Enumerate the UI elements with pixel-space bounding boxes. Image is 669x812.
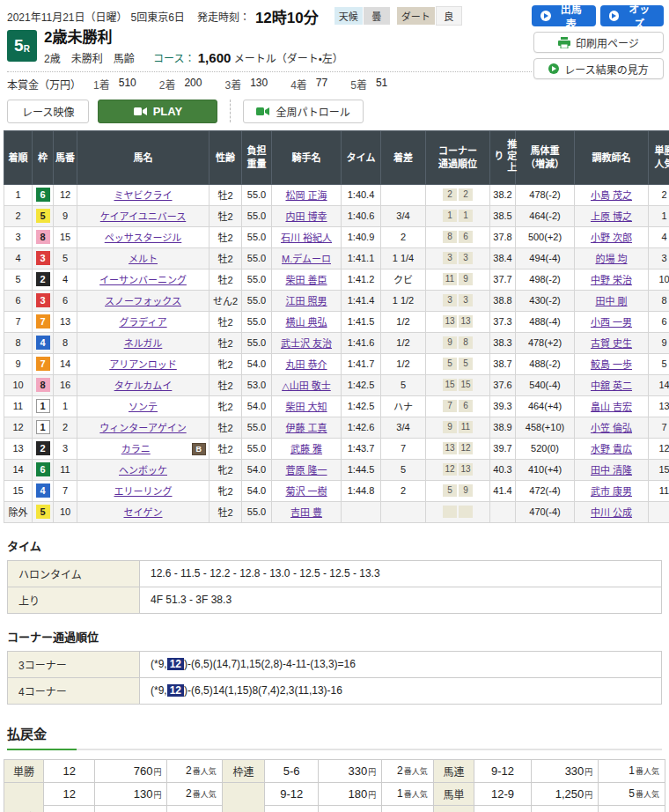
sex-age: 牝2: [210, 395, 242, 417]
horse-link[interactable]: タケルカムイ: [114, 380, 173, 391]
trainer-link[interactable]: 小西 一男: [591, 317, 632, 328]
estimated-last-3f: 41.4: [490, 480, 516, 501]
jockey-link[interactable]: 石川 裕紀人: [281, 233, 332, 243]
jockey-link[interactable]: 武藤 雅: [290, 444, 322, 454]
corner-position-chip: 3: [443, 294, 457, 306]
corner-position-chip: 5: [459, 358, 473, 370]
horse-link[interactable]: スノーフォックス: [105, 296, 181, 306]
frame-cell: 1: [33, 417, 54, 438]
odds-button[interactable]: オッズ: [600, 5, 665, 26]
payout-combination: 9: [43, 805, 95, 812]
jockey-link[interactable]: M.デムーロ: [282, 254, 331, 264]
horse-link[interactable]: ペッサスタージル: [105, 233, 182, 243]
jockey-link[interactable]: 伊藤 工真: [285, 423, 327, 433]
trainer-link[interactable]: 小笠 倫弘: [591, 423, 632, 433]
margin: 3/4: [381, 417, 426, 438]
finish-time: 1:41.2: [342, 269, 381, 290]
result-guide-button[interactable]: レース結果の見方: [533, 58, 664, 79]
trainer-link[interactable]: 田中 剛: [595, 296, 627, 306]
horse-link[interactable]: ウィンターアゲイン: [99, 423, 186, 433]
payout-popularity: 2番人気: [382, 759, 433, 782]
trainer-link[interactable]: 武市 康男: [591, 486, 632, 497]
horse-link[interactable]: メルト: [129, 254, 158, 264]
trainer-link[interactable]: 鮫島 一歩: [591, 359, 632, 370]
horse-link[interactable]: ヘンボッケ: [119, 465, 167, 476]
table-row: 14611ヘンボッケ牝254.0菅原 隆一1:44.55121340.3410(…: [4, 459, 669, 480]
horse-link[interactable]: ソンテ: [129, 402, 158, 412]
video-camera-icon: [134, 107, 147, 116]
payout-row: 単勝12760円2番人気: [4, 759, 223, 782]
entries-button-label: 出馬表: [555, 1, 587, 31]
payout-combination: 12: [43, 759, 95, 782]
frame-number-badge: 8: [36, 230, 50, 244]
finish-time: 1:40.4: [342, 184, 381, 205]
trainer-cell: 武市 康男: [575, 480, 649, 501]
finish-time: 1:41.6: [342, 332, 381, 353]
trainer-link[interactable]: 田中 清隆: [591, 465, 632, 476]
trainer-link[interactable]: 水野 貴広: [591, 444, 632, 454]
horse-link[interactable]: ミヤビクライ: [114, 190, 173, 201]
jockey-link[interactable]: 横山 典弘: [285, 317, 327, 328]
column-header-label: 推定上り: [491, 134, 518, 178]
table-row: 848ネルガル牡255.0武士沢 友治1:41.61/29838.3478(+2…: [4, 332, 669, 353]
horse-number: 6: [54, 290, 77, 311]
horse-name-cell: ペッサスタージル: [77, 226, 210, 247]
frame-number-badge: 7: [36, 357, 50, 371]
race-video-button[interactable]: レース映像: [7, 100, 89, 123]
horse-link[interactable]: グラディア: [119, 317, 166, 328]
trainer-link[interactable]: 畠山 吉宏: [591, 402, 632, 412]
jockey-link[interactable]: 柴田 大知: [285, 402, 327, 412]
entries-button[interactable]: 出馬表: [532, 5, 596, 26]
trainer-link[interactable]: 中野 栄治: [591, 275, 632, 285]
print-page-button[interactable]: 印刷用ページ: [533, 32, 664, 53]
jockey-link[interactable]: 菊沢 一樹: [285, 486, 327, 497]
margin: 7: [381, 438, 426, 459]
jockey-link[interactable]: 吉田 豊: [290, 507, 322, 518]
jockey-link[interactable]: △山田 敬士: [282, 380, 331, 391]
finish-position: 6: [4, 290, 33, 311]
jockey-link[interactable]: 江田 照男: [285, 296, 327, 306]
margin: [381, 184, 426, 205]
corner-position-chip: 11: [443, 273, 457, 285]
horse-link[interactable]: アリアンロッド: [109, 359, 177, 370]
trainer-link[interactable]: 小島 茂之: [591, 190, 632, 201]
horse-link[interactable]: ケイアイユニバース: [100, 211, 186, 222]
race-date: 2021年11月21日（日曜）: [7, 9, 128, 24]
payout-amount: 180円: [319, 782, 382, 805]
trainer-link[interactable]: 中川 公成: [591, 507, 632, 518]
play-button[interactable]: PLAY: [98, 100, 217, 123]
corner-position-chip: 8: [443, 231, 457, 243]
column-header: 馬番: [54, 131, 77, 185]
jockey-link[interactable]: 柴田 善臣: [285, 275, 327, 285]
jockey-link[interactable]: 内田 博幸: [285, 211, 327, 222]
patrol-video-button[interactable]: 全周パトロール: [243, 100, 363, 123]
prize-amount: 510: [119, 77, 136, 92]
margin: クビ: [381, 269, 426, 290]
horse-link[interactable]: カラニ: [121, 444, 151, 454]
jockey-cell: 横山 典弘: [272, 311, 342, 332]
jockey-link[interactable]: 丸田 恭介: [285, 359, 327, 370]
bet-type-label: 枠連: [222, 759, 265, 782]
payout-amount-unit: 円: [584, 791, 592, 800]
horse-link[interactable]: エリーリング: [114, 486, 173, 497]
win-popularity: 2: [649, 184, 669, 205]
payout-combination: 12-9: [474, 782, 531, 805]
estimated-last-3f: 38.8: [490, 290, 516, 311]
jockey-link[interactable]: 武士沢 友治: [281, 338, 332, 349]
carried-weight: 55.0: [242, 311, 272, 332]
jockey-link[interactable]: 菅原 隆一: [285, 465, 327, 476]
horse-link[interactable]: イーサンバーニング: [99, 275, 187, 285]
jockey-link[interactable]: 松岡 正海: [285, 190, 327, 201]
trainer-link[interactable]: 中舘 英二: [591, 380, 632, 391]
trainer-link[interactable]: 的場 均: [595, 254, 627, 264]
margin: 2: [381, 226, 426, 247]
horse-link[interactable]: セイゲン: [124, 507, 163, 518]
weather-value: 曇: [364, 7, 390, 25]
finish-time: 1:42.6: [342, 417, 381, 438]
trainer-link[interactable]: 上原 博之: [591, 211, 632, 222]
finish-position: 13: [4, 438, 33, 459]
trainer-link[interactable]: 小野 次郎: [591, 233, 632, 243]
trainer-link[interactable]: 古賀 史生: [591, 338, 632, 349]
horse-link[interactable]: ネルガル: [124, 338, 163, 349]
win-popularity: 3: [649, 247, 669, 269]
